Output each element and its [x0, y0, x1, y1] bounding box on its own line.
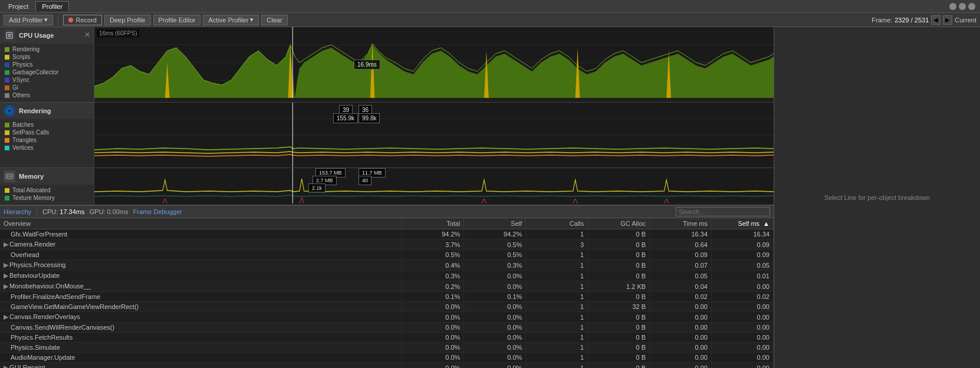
- memory-section: Memory ✕ Total Allocated Texture Memory: [0, 168, 774, 205]
- cpu-close-button[interactable]: ✕: [83, 31, 91, 39]
- active-profiler-button[interactable]: Active Profiler ▾: [203, 15, 259, 25]
- window-maximize[interactable]: [959, 3, 966, 10]
- legend-gc: GarbageCollector: [5, 69, 89, 75]
- expand-arrow-icon[interactable]: ▶: [4, 313, 9, 321]
- table-row[interactable]: ▶ Canvas.RenderOverlays0.0%0.0%10 B0.000…: [0, 312, 774, 323]
- col-header-overview[interactable]: Overview: [0, 218, 402, 229]
- frame-debugger-button[interactable]: Frame Debugger: [133, 208, 182, 215]
- col-header-calls[interactable]: Calls: [526, 218, 588, 229]
- record-dot-icon: [68, 18, 73, 22]
- window-close[interactable]: [968, 3, 975, 10]
- expand-arrow-icon[interactable]: ▶: [4, 364, 9, 368]
- row-name: Overhead: [0, 250, 402, 260]
- cpu-icon: [4, 29, 15, 41]
- scripts-color-dot: [5, 55, 9, 60]
- row-cell: 0.0%: [464, 333, 526, 343]
- col-header-gcalloc[interactable]: GC Alloc: [588, 218, 650, 229]
- search-input[interactable]: [676, 207, 770, 216]
- svg-rect-13: [7, 175, 8, 178]
- row-cell: 0.02: [712, 292, 774, 302]
- col-header-self[interactable]: Self: [464, 218, 526, 229]
- table-row[interactable]: GameView.GetMainGameViewRenderRect()0.0%…: [0, 302, 774, 312]
- expand-arrow-icon[interactable]: ▶: [4, 241, 9, 248]
- row-cell: 0.0%: [402, 312, 464, 323]
- row-cell: 0.0%: [464, 353, 526, 363]
- table-row[interactable]: Overhead0.5%0.5%10 B0.090.09: [0, 250, 774, 260]
- window-minimize[interactable]: [949, 3, 956, 10]
- col-header-total[interactable]: Total: [402, 218, 464, 229]
- row-cell: 0.0%: [402, 363, 464, 369]
- gi-color-dot: [5, 86, 9, 90]
- row-cell: 1: [526, 271, 588, 281]
- expand-arrow-icon[interactable]: ▶: [4, 261, 9, 269]
- table-row[interactable]: ▶ Camera.Render3.7%0.5%30 B0.640.09: [0, 239, 774, 250]
- hierarchy-table-container[interactable]: Overview Total Self Calls GC Alloc Time …: [0, 218, 774, 368]
- row-name: Physics.Simulate: [0, 343, 402, 353]
- profile-editor-button[interactable]: Profile Editor: [153, 15, 201, 25]
- row-cell: 1: [526, 363, 588, 369]
- cpu-section-header: CPU Usage ✕: [0, 27, 94, 44]
- frame-next-button[interactable]: ▶: [943, 15, 952, 25]
- row-cell: 94.2%: [402, 229, 464, 239]
- row-cell: 0.00: [650, 323, 712, 333]
- svg-rect-1: [8, 34, 11, 37]
- tab-profiler[interactable]: Profiler: [35, 1, 69, 11]
- table-row[interactable]: Profiler.FinalizeAndSendFrame0.1%0.1%10 …: [0, 292, 774, 302]
- cpu-chart-svg: [94, 27, 774, 98]
- row-cell: 0.00: [712, 312, 774, 323]
- row-cell: 1: [526, 281, 588, 292]
- table-row[interactable]: ▶ Physics.Processing0.4%0.3%10 B0.070.05: [0, 260, 774, 271]
- table-row[interactable]: Gfx.WaitForPresent94.2%94.2%10 B16.3416.…: [0, 229, 774, 239]
- table-row[interactable]: Physics.FetchResults0.0%0.0%10 B0.000.00: [0, 333, 774, 343]
- row-cell: 0.09: [712, 250, 774, 260]
- rendering-section-title: Rendering: [19, 107, 51, 114]
- memory-chart[interactable]: 153.7 MB 11.7 MB 2.7 MB 40 2.1k: [94, 168, 774, 203]
- row-cell: 1: [526, 229, 588, 239]
- row-cell: 1: [526, 323, 588, 333]
- hierarchy-section: Hierarchy | CPU: 17.34ms GPU: 0.00ms Fra…: [0, 205, 774, 368]
- row-cell: 0 B: [588, 333, 650, 343]
- table-row[interactable]: Physics.Simulate0.0%0.0%10 B0.000.00: [0, 343, 774, 353]
- hierarchy-label[interactable]: Hierarchy: [4, 208, 31, 215]
- row-cell: 0 B: [588, 363, 650, 369]
- gc-color-dot: [5, 70, 9, 75]
- rendering-legend: Batches SetPass Calls Triangles Vertices: [0, 119, 94, 155]
- rendering-section-header: Rendering ✕: [0, 103, 94, 119]
- rendering-chart[interactable]: 39 36 155.9k 99.8k: [94, 103, 774, 167]
- rendering-chart-svg: [94, 103, 774, 167]
- clear-button[interactable]: Clear: [261, 15, 287, 25]
- row-cell: 1: [526, 302, 588, 312]
- table-row[interactable]: ▶ BehaviourUpdate0.3%0.0%10 B0.050.01: [0, 271, 774, 281]
- triangles-color-dot: [5, 138, 9, 143]
- row-cell: 0 B: [588, 312, 650, 323]
- cpu-legend-panel: CPU Usage ✕ Rendering Scripts Physics: [0, 27, 94, 102]
- deep-profile-button[interactable]: Deep Profile: [104, 15, 151, 25]
- row-name: AudioManager.Update: [0, 353, 402, 363]
- record-button[interactable]: Record: [63, 15, 101, 25]
- add-profiler-button[interactable]: Add Profiler ▾: [4, 15, 53, 25]
- frame-prev-button[interactable]: ◀: [931, 15, 940, 25]
- col-header-timems[interactable]: Time ms: [650, 218, 712, 229]
- row-cell: 0.02: [650, 292, 712, 302]
- memory-legend-panel: Memory ✕ Total Allocated Texture Memory: [0, 168, 94, 205]
- legend-setpass: SetPass Calls: [5, 129, 89, 136]
- row-cell: 0 B: [588, 323, 650, 333]
- expand-arrow-icon[interactable]: ▶: [4, 282, 9, 290]
- table-row[interactable]: ▶ Monobehaviour.OnMouse__0.2%0.0%11.2 KB…: [0, 281, 774, 292]
- table-row[interactable]: Canvas.SendWillRenderCanvases()0.0%0.0%1…: [0, 323, 774, 333]
- legend-total-allocated: Total Allocated: [5, 187, 89, 193]
- svg-rect-14: [9, 175, 10, 178]
- expand-arrow-icon[interactable]: ▶: [4, 272, 9, 280]
- main-content: CPU Usage ✕ Rendering Scripts Physics: [0, 27, 980, 368]
- cpu-chart[interactable]: 16ms (60FPS): [94, 27, 774, 98]
- row-cell: 0.1%: [402, 292, 464, 302]
- table-row[interactable]: ▶ GUI.Repaint0.0%0.0%10 B0.000.00: [0, 363, 774, 369]
- memory-chart-svg: [94, 168, 774, 203]
- cpu-info: CPU: 17.34ms: [42, 208, 85, 215]
- row-name: ▶ GUI.Repaint: [0, 363, 402, 369]
- table-row[interactable]: AudioManager.Update0.0%0.0%10 B0.000.00: [0, 353, 774, 363]
- row-cell: 0.0%: [402, 323, 464, 333]
- col-header-selfms[interactable]: Self ms ▲: [712, 218, 774, 229]
- hierarchy-table: Overview Total Self Calls GC Alloc Time …: [0, 218, 774, 368]
- tab-project[interactable]: Project: [2, 2, 34, 11]
